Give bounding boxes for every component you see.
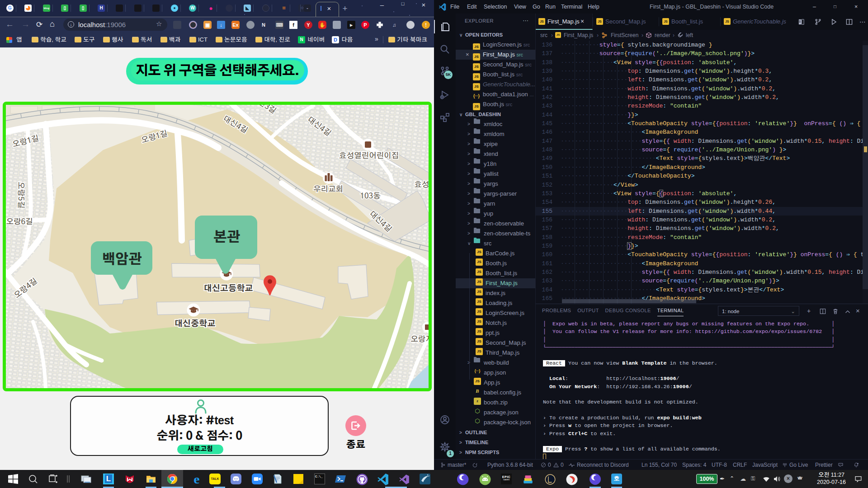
- svg-text:백암관: 백암관: [102, 252, 142, 267]
- svg-text:효성타: 효성타: [414, 181, 429, 188]
- svg-text:오랑6길: 오랑6길: [6, 218, 33, 225]
- svg-text:효성열린어린이집: 효성열린어린이집: [339, 152, 399, 160]
- svg-text:대신고등학교: 대신고등학교: [204, 284, 253, 293]
- svg-text:대신중학교: 대신중학교: [175, 319, 216, 328]
- svg-text:우리교회: 우리교회: [313, 185, 343, 193]
- svg-text:오랑지: 오랑지: [410, 335, 429, 343]
- svg-text:본관: 본관: [213, 230, 240, 244]
- svg-text:103동: 103동: [360, 192, 380, 200]
- svg-text:오랑5길: 오랑5길: [17, 182, 25, 208]
